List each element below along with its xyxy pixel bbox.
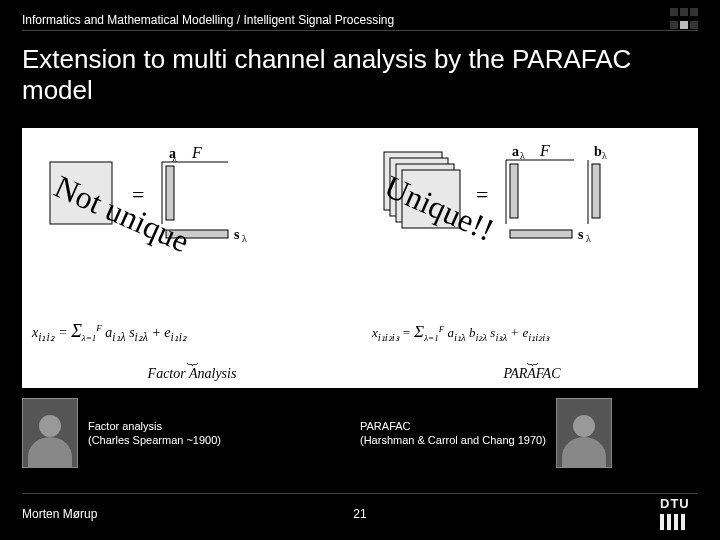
svg-text:=: = [476,182,488,207]
caption-text-right: PARAFAC (Harshman & Carrol and Chang 197… [360,419,546,448]
svg-text:b: b [594,144,602,159]
caption-parafac: PARAFAC [372,366,692,382]
svg-text:λ: λ [520,150,525,161]
equation-factor-analysis: xi₁i₂ = Σλ=1F ai₁λ si₂λ + ei₁i₂ [32,321,352,344]
svg-text:s: s [234,227,240,242]
caption-text-left: Factor analysis (Charles Spearman ~1900) [88,419,221,448]
svg-text:F: F [191,144,202,161]
svg-rect-0 [50,162,112,224]
svg-rect-8 [166,230,228,238]
brace-right: ⏟ [372,354,692,360]
caption-left-line2: (Charles Spearman ~1900) [88,434,221,446]
svg-rect-23 [592,164,600,218]
caption-right-line1: PARAFAC [360,420,411,432]
svg-text:=: = [132,182,144,207]
diagram-parafac: = F a λ b λ s λ [372,136,692,281]
caption-factor-analysis: Factor Analysis [32,366,352,382]
captions-row: Factor analysis (Charles Spearman ~1900)… [22,398,698,468]
page-number: 21 [353,507,366,521]
content-area: = F a λ s λ xi₁i₂ = Σλ=1F ai₁λ si₂λ + ei… [22,128,698,388]
svg-rect-5 [166,166,174,220]
diagram-factor-analysis: = F a λ s λ [32,136,352,281]
slide-title: Extension to multi channel analysis by t… [22,44,698,106]
breadcrumb: Informatics and Mathematical Modelling /… [22,13,394,27]
caption-cell-right: PARAFAC (Harshman & Carrol and Chang 197… [360,398,698,468]
divider-bottom [22,493,698,494]
svg-rect-26 [510,230,572,238]
brace-left: ⏟ [32,354,352,360]
equation-parafac: xi₁i₂i₃ = Σλ=1F ai₁λ bi₂λ si₃λ + ei₁i₂i₃ [372,322,692,344]
svg-text:λ: λ [242,233,247,244]
photo-harshman [556,398,612,468]
caption-right-line2: (Harshman & Carrol and Chang 1970) [360,434,546,446]
svg-text:λ: λ [586,233,591,244]
author: Morten Mørup [22,507,97,521]
svg-rect-19 [510,164,518,218]
panel-factor-analysis: = F a λ s λ xi₁i₂ = Σλ=1F ai₁λ si₂λ + ei… [22,128,362,388]
svg-text:F: F [539,142,550,159]
caption-cell-left: Factor analysis (Charles Spearman ~1900) [22,398,360,468]
logo-dtu [658,498,698,530]
caption-left-line1: Factor analysis [88,420,162,432]
svg-text:λ: λ [172,153,177,164]
svg-text:λ: λ [602,150,607,161]
decoration-squares [666,8,698,32]
panel-parafac: = F a λ b λ s λ xi₁i₂i₃ = Σλ=1F ai₁λ bi₂… [362,128,702,388]
svg-rect-14 [402,170,460,228]
photo-spearman [22,398,78,468]
svg-text:a: a [512,144,519,159]
divider-top [22,30,698,31]
svg-text:s: s [578,227,584,242]
footer: Morten Mørup 21 [22,498,698,530]
